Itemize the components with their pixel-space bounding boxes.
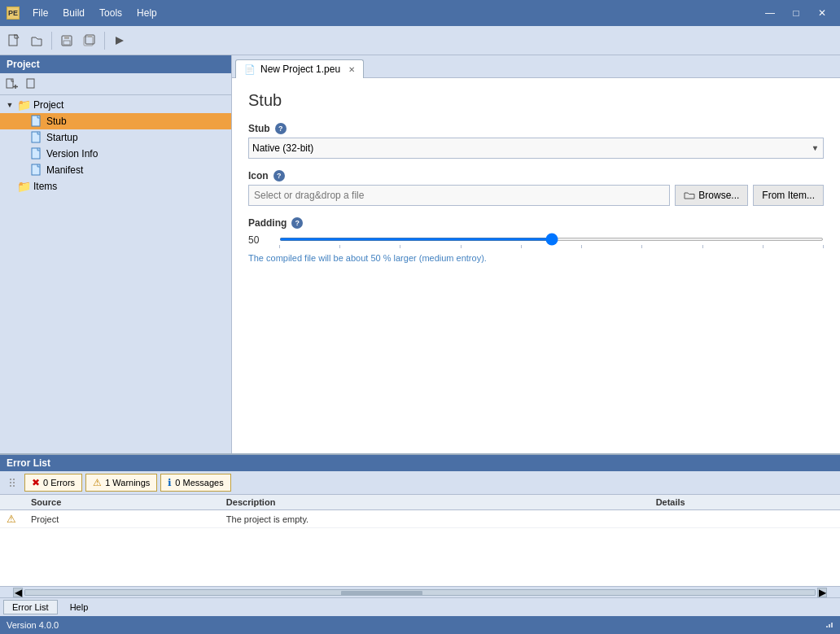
- tab-newproject[interactable]: 📄 New Project 1.peu ✕: [235, 59, 364, 78]
- padding-label: Padding ?: [248, 217, 824, 229]
- h-scrollbar[interactable]: ◀ ▶: [0, 586, 840, 597]
- status-position: [825, 620, 833, 630]
- project-folder-icon: 📁: [16, 98, 31, 111]
- svg-rect-2: [64, 36, 69, 39]
- main-panel: Stub Stub ? Native (32-bit) Native (64-b…: [232, 78, 840, 453]
- main-layout: Project ▼ 📁 Project Stub: [0, 55, 840, 453]
- sidebar-toolbar: [0, 73, 231, 95]
- sidebar-doc-btn[interactable]: [23, 76, 41, 92]
- minimize-button[interactable]: —: [759, 5, 781, 21]
- row-details-cell: [650, 510, 840, 528]
- svg-point-17: [10, 482, 11, 483]
- menu-tools[interactable]: Tools: [93, 6, 129, 20]
- icon-file-input[interactable]: [248, 185, 670, 206]
- warning-filter-icon: ⚠: [93, 477, 102, 488]
- padding-slider[interactable]: [279, 238, 824, 241]
- startup-doc-icon: [29, 131, 44, 144]
- toolbar-build[interactable]: [109, 30, 130, 51]
- padding-form-row: Padding ? 50: [248, 217, 824, 263]
- svg-point-19: [10, 485, 11, 487]
- padding-value: 50: [248, 234, 273, 246]
- bottom-tab-help[interactable]: Help: [61, 600, 98, 614]
- svg-rect-10: [27, 79, 34, 88]
- bottom-tab-errorlist[interactable]: Error List: [3, 600, 58, 614]
- stub-help-icon[interactable]: ?: [275, 123, 287, 134]
- tree-label-stub: Stub: [46, 116, 67, 127]
- col-header-source: Source: [24, 495, 220, 510]
- versioninfo-doc-icon: [29, 147, 44, 160]
- svg-point-15: [10, 479, 11, 480]
- stub-label: Stub ?: [248, 123, 824, 134]
- close-button[interactable]: ✕: [811, 5, 833, 21]
- svg-rect-23: [831, 623, 833, 627]
- row-source-cell: Project: [24, 510, 220, 528]
- menu-help[interactable]: Help: [130, 6, 164, 20]
- sidebar: Project ▼ 📁 Project Stub: [0, 55, 232, 453]
- svg-rect-6: [88, 35, 92, 37]
- stub-select[interactable]: Native (32-bit) Native (64-bit) GUI (32-…: [248, 138, 824, 159]
- padding-help-icon[interactable]: ?: [291, 217, 303, 229]
- filter-errors-btn[interactable]: ✖ 0 Errors: [24, 474, 82, 492]
- error-list-filters: ✖ 0 Errors ⚠ 1 Warnings ℹ 0 Messages: [0, 471, 840, 495]
- padding-slider-container: [279, 232, 824, 248]
- tree-label-startup: Startup: [46, 132, 78, 143]
- filter-drag-handle: [3, 474, 21, 492]
- filter-warnings-btn[interactable]: ⚠ 1 Warnings: [85, 474, 157, 492]
- main-toolbar: [0, 26, 840, 55]
- icon-help-icon[interactable]: ?: [273, 170, 285, 181]
- items-folder-icon: 📁: [16, 180, 31, 193]
- col-header-details: Details: [650, 495, 840, 510]
- toolbar-open[interactable]: [26, 30, 47, 51]
- scrollbar-thumb: [341, 591, 422, 596]
- stub-doc-icon: [29, 115, 44, 128]
- svg-point-18: [13, 482, 15, 483]
- toolbar-new[interactable]: [3, 30, 24, 51]
- svg-rect-7: [7, 79, 13, 88]
- project-tree: ▼ 📁 Project Stub Startup: [0, 95, 231, 453]
- status-bar: Version 4.0.0: [0, 616, 840, 634]
- icon-label: Icon ?: [248, 170, 824, 181]
- maximize-button[interactable]: □: [785, 5, 807, 21]
- menu-build[interactable]: Build: [56, 6, 91, 20]
- toolbar-save[interactable]: [56, 30, 77, 51]
- tab-icon: 📄: [244, 64, 256, 75]
- menu-file[interactable]: File: [26, 6, 55, 20]
- col-header-description: Description: [220, 495, 650, 510]
- svg-rect-0: [9, 35, 17, 46]
- tab-close-btn[interactable]: ✕: [348, 65, 355, 74]
- tree-label-project: Project: [33, 99, 63, 111]
- scrollbar-track[interactable]: [24, 589, 816, 596]
- menu-bar: File Build Tools Help: [26, 6, 164, 20]
- padding-input-row: 50: [248, 232, 824, 248]
- sidebar-title: Project: [0, 55, 231, 73]
- tree-item-project[interactable]: ▼ 📁 Project: [0, 97, 231, 113]
- info-filter-icon: ℹ: [168, 477, 172, 488]
- error-list-header: Error List: [0, 455, 840, 471]
- icon-input-row: Browse... From Item...: [248, 185, 824, 206]
- toolbar-separator-2: [104, 32, 105, 50]
- row-warning-icon: ⚠: [7, 513, 16, 525]
- tree-label-items: Items: [33, 181, 57, 192]
- from-item-button[interactable]: From Item...: [753, 185, 824, 206]
- padding-hint: The compiled file will be about 50 % lar…: [248, 253, 824, 263]
- tree-toggle-project[interactable]: ▼: [3, 101, 16, 109]
- stub-form-row: Stub ? Native (32-bit) Native (64-bit) G…: [248, 123, 824, 159]
- error-table: Source Description Details ⚠ Project The…: [0, 495, 840, 586]
- tree-toggle-items[interactable]: ▶: [3, 182, 16, 190]
- toolbar-separator-1: [51, 32, 52, 50]
- tree-item-versioninfo[interactable]: Version Info: [0, 146, 231, 162]
- browse-button[interactable]: Browse...: [675, 185, 748, 206]
- bottom-pane: Error List ✖ 0 Errors ⚠ 1 Warnings ℹ 0 M…: [0, 453, 840, 616]
- icon-form-row: Icon ? Browse... From Item...: [248, 170, 824, 206]
- scroll-left-btn[interactable]: ◀: [13, 588, 23, 597]
- tree-item-items[interactable]: ▶ 📁 Items: [0, 178, 231, 195]
- filter-messages-btn[interactable]: ℹ 0 Messages: [160, 474, 230, 492]
- table-row[interactable]: ⚠ Project The project is empty.: [0, 510, 840, 528]
- sidebar-new-btn[interactable]: [3, 76, 21, 92]
- toolbar-save-all[interactable]: [79, 30, 100, 51]
- tree-item-manifest[interactable]: Manifest: [0, 162, 231, 178]
- scroll-right-btn[interactable]: ▶: [817, 588, 827, 597]
- col-header-empty: [0, 495, 24, 510]
- tree-item-startup[interactable]: Startup: [0, 129, 231, 146]
- tree-item-stub[interactable]: Stub: [0, 113, 231, 129]
